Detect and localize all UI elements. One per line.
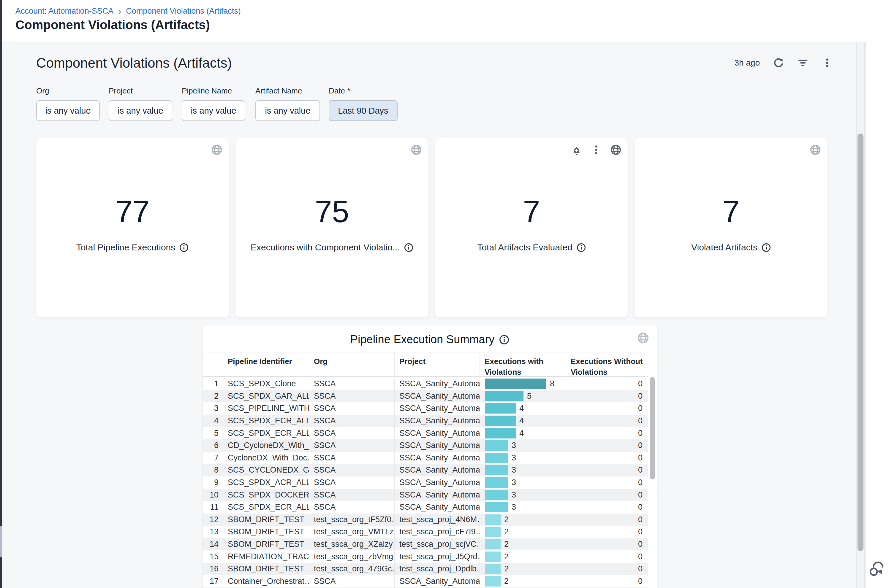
violations-bar	[485, 465, 508, 475]
column-header[interactable]: Org	[309, 352, 394, 377]
filter-value-button[interactable]: is any value	[255, 100, 320, 121]
filter-value-button[interactable]: is any value	[109, 100, 172, 121]
filter-project: Projectis any value	[109, 86, 172, 121]
org-cell: SSCA	[309, 390, 394, 403]
table-row[interactable]: 7CycloneDX_With_Doc…SSCASSCA_Sanity_Auto…	[203, 452, 657, 464]
info-icon[interactable]	[179, 243, 188, 252]
pipeline-id-cell: SCS_SPDX_DOCKER_…	[223, 489, 309, 501]
executions-with-violations-cell: 2	[480, 526, 566, 538]
filter-value-button[interactable]: Last 90 Days	[329, 100, 397, 121]
project-cell: test_ssca_proj_Dpdlb…	[394, 563, 480, 575]
row-number-cell: 6	[203, 440, 223, 452]
pipeline-id-cell: SBOM_DRIFT_TEST	[223, 526, 309, 538]
table-body: 1SCS_SPDX_CloneSSCASSCA_Sanity_Automa…80…	[203, 378, 657, 588]
table-row[interactable]: 9SCS_SPDX_ACR_ALL…SSCASSCA_Sanity_Automa…	[203, 477, 657, 489]
pipeline-id-cell: SCS_SPDX_ACR_ALL…	[223, 477, 309, 489]
table-row[interactable]: 8SCS_CYCLONEDX_GA…SSCASSCA_Sanity_Automa…	[203, 464, 657, 477]
executions-without-violations-cell: 0	[566, 427, 657, 440]
org-cell: SSCA	[309, 477, 394, 489]
project-cell: test_ssca_proj_scjVC…	[394, 538, 480, 550]
table-row[interactable]: 11SCS_SPDX_ECR_ALL_…SSCASSCA_Sanity_Auto…	[203, 501, 657, 513]
sidebar-scrollbar-thumb[interactable]	[0, 526, 2, 557]
chat-support-icon[interactable]	[867, 559, 887, 579]
filter-artifact-name: Artifact Nameis any value	[255, 86, 320, 121]
table-row[interactable]: 1SCS_SPDX_CloneSSCASSCA_Sanity_Automa…80	[203, 378, 657, 390]
last-refreshed-label: 3h ago	[734, 58, 760, 68]
table-row[interactable]: 5SCS_SPDX_ECR_ALL_…SSCASSCA_Sanity_Autom…	[203, 427, 657, 440]
table-row[interactable]: 4SCS_SPDX_ECR_ALL_…SSCASSCA_Sanity_Autom…	[203, 415, 657, 427]
filter-icon[interactable]	[797, 57, 809, 69]
row-number-cell: 8	[203, 464, 223, 477]
executions-with-violations-cell: 2	[480, 513, 566, 526]
kpi-tile: 7Total Artifacts Evaluated	[435, 138, 628, 317]
column-header-row-number[interactable]	[203, 352, 223, 377]
executions-with-violations-cell: 3	[480, 501, 566, 513]
row-number-cell: 17	[203, 575, 223, 588]
column-header[interactable]: Pipeline Identifier	[223, 352, 309, 377]
info-icon[interactable]	[762, 243, 771, 252]
filter-value-button[interactable]: is any value	[182, 100, 245, 121]
info-icon[interactable]	[404, 243, 413, 252]
row-number-cell: 1	[203, 378, 223, 390]
page-scrollbar-thumb[interactable]	[857, 134, 863, 551]
row-number-cell: 12	[203, 513, 223, 526]
executions-without-violations-cell: 0	[566, 402, 657, 415]
column-header[interactable]: Executions with Violations	[480, 352, 566, 377]
info-icon[interactable]	[577, 243, 586, 252]
violations-bar	[485, 514, 501, 525]
table-scrollbar-track[interactable]	[648, 352, 657, 588]
collapsed-sidebar-edge	[0, 0, 2, 588]
globe-icon[interactable]	[637, 332, 649, 344]
table-row[interactable]: 16SBOM_DRIFT_TESTtest_ssca_org_479Gc…tes…	[203, 563, 657, 575]
org-cell: SSCA	[309, 501, 394, 513]
violations-bar	[485, 564, 501, 574]
project-cell: SSCA_Sanity_Automa…	[394, 390, 480, 403]
project-cell: SSCA_Sanity_Automa…	[394, 440, 480, 452]
violations-bar	[485, 576, 501, 586]
violations-bar	[485, 440, 508, 451]
violations-count: 4	[519, 404, 524, 413]
table-row[interactable]: 6CD_CycloneDX_With_…SSCASSCA_Sanity_Auto…	[203, 440, 657, 452]
row-number-cell: 15	[203, 550, 223, 563]
executions-with-violations-cell: 2	[480, 550, 566, 563]
row-number-cell: 3	[203, 402, 223, 415]
page-scrollbar-track[interactable]	[856, 42, 865, 588]
row-number-cell: 13	[203, 526, 223, 538]
breadcrumb-account-link[interactable]: Account: Automation-SSCA	[15, 6, 113, 16]
executions-without-violations-cell: 0	[566, 563, 657, 575]
executions-without-violations-cell: 0	[566, 550, 657, 563]
table-title-row: Pipeline Execution Summary	[203, 333, 657, 346]
info-icon[interactable]	[499, 334, 509, 345]
violations-bar	[485, 490, 508, 500]
table-row[interactable]: 2SCS_SPDX_GAR_ALL…SSCASSCA_Sanity_Automa…	[203, 390, 657, 403]
tile-value: 75	[315, 196, 349, 227]
filter-value-button[interactable]: is any value	[36, 100, 100, 121]
row-number-cell: 2	[203, 390, 223, 403]
table-scrollbar-thumb[interactable]	[650, 377, 655, 479]
filter-label: Date *	[329, 86, 397, 96]
violations-bar	[485, 477, 508, 488]
filter-pipeline-name: Pipeline Nameis any value	[182, 86, 245, 121]
violations-bar	[485, 552, 501, 562]
table-title: Pipeline Execution Summary	[350, 333, 495, 346]
project-cell: SSCA_Sanity_Automa…	[394, 427, 480, 440]
tile-label: Total Pipeline Executions	[76, 242, 176, 252]
table-row[interactable]: 10SCS_SPDX_DOCKER_…SSCASSCA_Sanity_Autom…	[203, 489, 657, 501]
page-header: Account: Automation-SSCA › Component Vio…	[2, 0, 865, 42]
breadcrumb-page-link[interactable]: Component Violations (Artifacts)	[126, 6, 241, 16]
column-header[interactable]: Project	[394, 352, 480, 377]
table-row[interactable]: 17Container_Orchestrat…SSCASSCA_Sanity_A…	[203, 575, 657, 588]
refresh-icon[interactable]	[773, 57, 784, 69]
violations-count: 8	[550, 379, 554, 388]
table-row[interactable]: 14SBOM_DRIFT_TESTtest_ssca_org_XZalzy…te…	[203, 538, 657, 550]
kebab-menu-icon[interactable]	[821, 57, 833, 69]
kpi-tile: 7Violated Artifacts	[635, 138, 827, 317]
column-header[interactable]: Executions Without Violations	[566, 352, 657, 377]
executions-with-violations-cell: 3	[480, 452, 566, 464]
filter-label: Pipeline Name	[182, 86, 245, 96]
table-row[interactable]: 13SBOM_DRIFT_TESTtest_ssca_org_VMTLz…tes…	[203, 526, 657, 538]
pipeline-id-cell: SCS_CYCLONEDX_GA…	[223, 464, 309, 477]
table-row[interactable]: 12SBOM_DRIFT_TESTtest_ssca_org_tF5Zf0…te…	[203, 513, 657, 526]
table-row[interactable]: 15REMEDIATION_TRAC…test_ssca_org_zbVmg…t…	[203, 550, 657, 563]
table-row[interactable]: 3SCS_PIPELINE_WITH…SSCASSCA_Sanity_Autom…	[203, 402, 657, 415]
